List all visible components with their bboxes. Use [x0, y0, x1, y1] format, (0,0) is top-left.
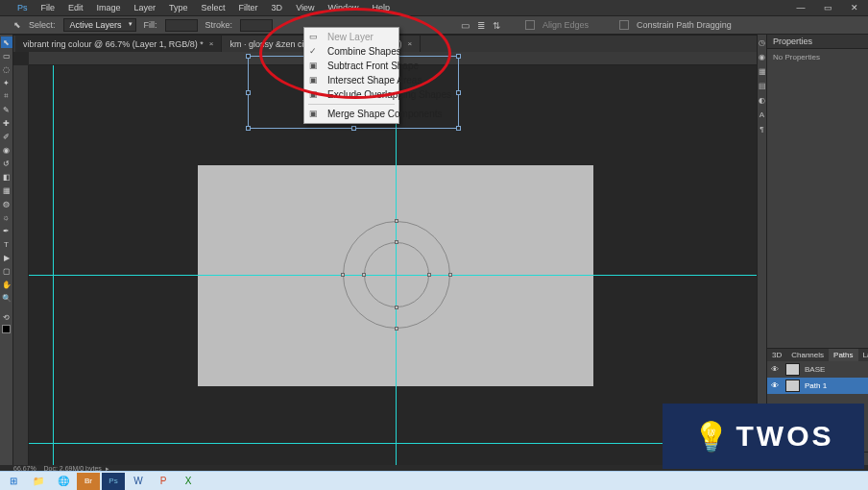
menu-merge-shape-components[interactable]: ▣Merge Shape Components	[304, 107, 398, 121]
type-tool[interactable]: T	[1, 238, 12, 250]
taskbar-app[interactable]: X	[177, 473, 200, 490]
pathops-icon[interactable]: ▭	[461, 20, 470, 31]
anchor-point[interactable]	[362, 273, 366, 277]
shape-tool[interactable]: ▢	[1, 265, 12, 277]
stroke-swatch[interactable]	[240, 19, 273, 32]
anchor-point[interactable]	[395, 306, 398, 309]
taskbar-app[interactable]: 📁	[27, 473, 50, 490]
heal-tool[interactable]: ✚	[1, 117, 12, 129]
path-row[interactable]: 👁 BASE	[767, 361, 868, 378]
dodge-tool[interactable]: ☼	[1, 211, 12, 223]
taskbar-app[interactable]: 🌐	[52, 473, 75, 490]
ellipse-path-inner[interactable]	[364, 242, 429, 307]
zoom-tool[interactable]: 🔍	[1, 292, 12, 304]
intersect-icon: ▣	[309, 75, 318, 85]
close-icon[interactable]: ×	[209, 39, 214, 48]
gradient-tool[interactable]: ▦	[1, 184, 12, 196]
marquee-tool[interactable]: ▭	[1, 50, 12, 61]
align-edges-checkbox[interactable]	[525, 20, 535, 30]
paragraph-icon[interactable]: ¶	[760, 125, 763, 134]
hand-tool[interactable]: ✋	[1, 279, 12, 290]
taskbar-app[interactable]: P	[152, 473, 175, 490]
start-button[interactable]: ⊞	[2, 473, 25, 490]
menu-help[interactable]: Help	[373, 3, 391, 12]
visibility-icon[interactable]: 👁	[771, 365, 781, 374]
pen-tool[interactable]: ✒	[1, 225, 12, 236]
menu-view[interactable]: View	[296, 3, 314, 12]
menu-layer[interactable]: Layer	[134, 3, 157, 12]
swatches-icon[interactable]: ▦	[759, 67, 766, 76]
path-select-tool[interactable]: ▶	[1, 252, 12, 263]
newlayer-icon: ▭	[309, 32, 318, 41]
brush-tool[interactable]: ✐	[1, 131, 12, 142]
anchor-point[interactable]	[448, 273, 452, 277]
menu-combine-shapes[interactable]: ✓Combine Shapes	[304, 44, 398, 59]
properties-tab[interactable]: Properties	[767, 35, 868, 49]
align-icon[interactable]: ≣	[477, 20, 485, 31]
anchor-point[interactable]	[395, 327, 398, 331]
path-name: Path 1	[805, 381, 827, 390]
blur-tool[interactable]: ◍	[1, 198, 12, 209]
eraser-tool[interactable]: ◧	[1, 171, 12, 183]
eyedropper-tool[interactable]: ✎	[1, 104, 12, 115]
move-tool[interactable]: ⬉	[1, 37, 12, 48]
tab-channels[interactable]: Channels	[786, 349, 829, 361]
menu-edit[interactable]: Edit	[68, 3, 84, 12]
libraries-icon[interactable]: ▤	[759, 82, 766, 90]
transform-handle[interactable]	[456, 126, 461, 131]
wand-tool[interactable]: ✦	[1, 77, 12, 88]
document-tab-active[interactable]: vibrant ring colour @ 66.7% (Layer 1, RG…	[15, 36, 222, 52]
lasso-tool[interactable]: ◌	[1, 63, 12, 75]
transform-handle[interactable]	[246, 90, 251, 95]
menu-window[interactable]: Window	[327, 3, 358, 12]
anchor-point[interactable]	[427, 273, 431, 277]
menu-filter[interactable]: Filter	[239, 3, 258, 12]
anchor-point[interactable]	[395, 240, 398, 244]
menu-file[interactable]: File	[41, 3, 56, 12]
close-button[interactable]: ✕	[841, 0, 868, 15]
constrain-checkbox[interactable]	[619, 20, 629, 30]
close-icon[interactable]: ×	[408, 39, 413, 48]
menu-select[interactable]: Select	[202, 3, 226, 12]
menu-subtract-front-shape[interactable]: ▣Subtract Front Shape	[304, 59, 398, 73]
transform-handle[interactable]	[456, 90, 461, 95]
ruler-vertical[interactable]	[13, 65, 29, 465]
taskbar-app[interactable]: Ps	[102, 473, 125, 490]
menu-3d[interactable]: 3D	[272, 3, 283, 12]
foreground-color[interactable]	[2, 325, 11, 333]
path-row[interactable]: 👁 Path 1	[767, 378, 868, 394]
adjustments-icon[interactable]: ◐	[759, 96, 765, 105]
menu-intersect-shape-areas[interactable]: ▣Intersect Shape Areas	[304, 73, 398, 87]
guide-vertical[interactable]	[53, 65, 54, 465]
tab-title: vibrant ring colour @ 66.7% (Layer 1, RG…	[23, 39, 204, 49]
menu-type[interactable]: Type	[169, 3, 188, 12]
stamp-tool[interactable]: ◉	[1, 144, 12, 156]
color-icon[interactable]: ◉	[759, 53, 765, 61]
maximize-button[interactable]: ▭	[814, 0, 841, 15]
select-mode-dropdown[interactable]: Active Layers	[63, 18, 136, 32]
fill-swatch[interactable]	[165, 19, 198, 32]
subtract-icon: ▣	[309, 61, 318, 70]
guide-horizontal[interactable]	[29, 443, 757, 444]
history-brush-tool[interactable]: ↺	[1, 158, 12, 169]
tab-3d[interactable]: 3D	[767, 349, 786, 361]
character-icon[interactable]: A	[760, 110, 764, 119]
tab-paths[interactable]: Paths	[829, 349, 857, 361]
anchor-point[interactable]	[395, 219, 398, 223]
anchor-point[interactable]	[341, 273, 345, 277]
transform-handle[interactable]	[351, 126, 356, 131]
taskbar-app[interactable]: Br	[77, 473, 100, 490]
tools-panel: ⬉ ▭ ◌ ✦ ⌗ ✎ ✚ ✐ ◉ ↺ ◧ ▦ ◍ ☼ ✒ T ▶ ▢ ✋ 🔍 …	[0, 35, 13, 465]
transform-handle[interactable]	[246, 126, 251, 131]
visibility-icon[interactable]: 👁	[771, 381, 781, 390]
swap-colors-icon[interactable]: ⟲	[1, 311, 12, 323]
menu-image[interactable]: Image	[97, 3, 121, 12]
history-icon[interactable]: ◷	[759, 38, 765, 47]
menu-separator	[308, 104, 395, 105]
arrange-icon[interactable]: ⇅	[493, 20, 500, 31]
crop-tool[interactable]: ⌗	[1, 90, 12, 102]
taskbar-app[interactable]: W	[127, 473, 150, 490]
menu-exclude-overlapping-shapes[interactable]: ▣Exclude Overlapping Shapes	[304, 87, 398, 102]
tab-layers[interactable]: Layers	[858, 349, 868, 361]
minimize-button[interactable]: —	[787, 0, 814, 15]
